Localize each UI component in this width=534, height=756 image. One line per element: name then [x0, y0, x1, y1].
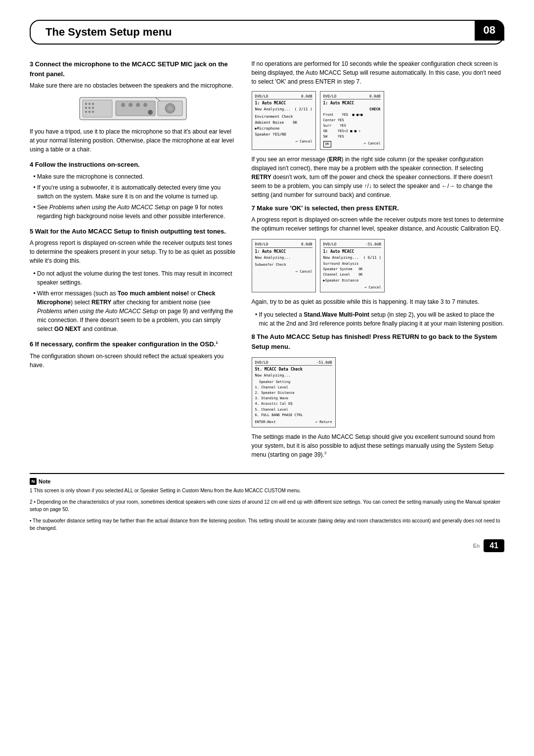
step4-list: Make sure the microphone is connected. I… [37, 172, 237, 221]
osd-screen-1: DVD/LD 0.0dB 1: Auto MCACC Now Analyzing… [252, 91, 316, 150]
page-title: The System Setup menu [45, 26, 172, 39]
osd-cancel-3: ↩ Cancel [255, 269, 312, 275]
main-content: 3 Connect the microphone to the MCACC SE… [30, 59, 504, 463]
svg-point-4 [92, 103, 94, 105]
step5-block: 5 Wait for the Auto MCACC Setup to finis… [30, 227, 237, 334]
right-para3: Again, try to be as quiet as possible wh… [252, 297, 505, 306]
step6-heading: 6 If necessary, confirm the speaker conf… [30, 339, 237, 349]
step3-body2: If you have a tripod, use it to place th… [30, 127, 237, 154]
osd-check-label: CHECK [323, 106, 381, 112]
step5-heading: 5 Wait for the Auto MCACC Setup to finis… [30, 227, 237, 236]
osd-screen-4: DVD/LD -51.0dB 1: Auto MCACC Now Analyzi… [320, 239, 385, 292]
step3-block: 3 Connect the microphone to the MCACC SE… [30, 59, 237, 154]
note-item-3: • The subwoofer distance setting may be … [30, 517, 504, 532]
step7-block: 7 Make sure 'OK' is selected, then press… [252, 203, 505, 234]
svg-point-2 [85, 103, 87, 105]
step3-heading: 3 Connect the microphone to the MCACC SE… [30, 59, 237, 79]
svg-point-13 [129, 103, 133, 107]
step3-body1: Make sure there are no obstacles between… [30, 81, 237, 90]
right-para4: The settings made in the Auto MCACC Setu… [252, 432, 505, 459]
svg-point-5 [85, 107, 87, 109]
see-text: See Problems when using the Auto MCACC S… [37, 204, 225, 220]
osd-db-label: 0.0dB [301, 94, 312, 99]
svg-point-7 [92, 107, 94, 109]
svg-point-8 [85, 111, 87, 113]
osd-analyzing: Now Analyzing...( 2/11 ) [255, 106, 312, 112]
list-item-standwave: If you selected a Stand.Wave Multi-Point… [259, 310, 505, 328]
device-image [30, 95, 237, 122]
step4-block: 4 Follow the instructions on-screen. Mak… [30, 160, 237, 221]
osd-header-1: DVD/LD 0.0dB [255, 94, 312, 99]
page-footer: En 41 [30, 539, 504, 552]
note-item-2: 2 • Depending on the characteristics of … [30, 498, 504, 513]
svg-point-10 [92, 111, 94, 113]
notes-section: N Note 1 This screen is only shown if yo… [30, 473, 504, 532]
list-item: Do not adjust the volume during the test… [37, 269, 237, 287]
svg-rect-1 [83, 100, 112, 117]
osd-group-3: DVD/LD -51.0dB St. MCACC Data Check Now … [252, 357, 505, 427]
step4-heading: 4 Follow the instructions on-screen. [30, 160, 237, 170]
osd-screen-5: DVD/LD -51.0dB St. MCACC Data Check Now … [252, 357, 336, 427]
left-column: 3 Connect the microphone to the MCACC SE… [30, 59, 237, 463]
svg-point-15 [143, 103, 147, 107]
step6-block: 6 If necessary, confirm the speaker conf… [30, 339, 237, 370]
osd-rows-1: Environment Check Ambient Noise OK ▶Micr… [255, 114, 312, 138]
step8-heading: 8 The Auto MCACC Setup has finished! Pre… [252, 332, 505, 351]
osd-group-1: DVD/LD 0.0dB 1: Auto MCACC Now Analyzing… [252, 91, 505, 150]
osd-footer-2: OK ↩ Cancel [323, 141, 381, 147]
step8-block: 8 The Auto MCACC Setup has finished! Pre… [252, 332, 505, 351]
right-column: If no operations are performed for 10 se… [252, 59, 505, 463]
right-para1: If no operations are performed for 10 se… [252, 59, 505, 86]
step5-body: A progress report is displayed on-screen… [30, 238, 237, 265]
note-icon: N [30, 478, 37, 485]
svg-point-12 [121, 103, 125, 107]
list-item: Make sure the microphone is connected. [37, 172, 237, 181]
page-header: The System Setup menu 08 [30, 20, 504, 45]
osd-footer-5: ENTER:Next ↩ Return [255, 420, 332, 425]
osd-group-2: DVD/LD 0.0dB 1: Auto MCACC Now Analyzing… [252, 239, 505, 292]
osd-dvd-label: DVD/LD [255, 94, 268, 99]
list-item: See Problems when using the Auto MCACC S… [37, 203, 237, 221]
svg-point-16 [148, 110, 153, 115]
step7-heading: 7 Make sure 'OK' is selected, then press… [252, 203, 505, 213]
osd-cancel-1: ↩ Cancel [255, 139, 312, 144]
step5-list: Do not adjust the volume during the test… [37, 269, 237, 333]
svg-point-14 [136, 103, 140, 107]
footer-page-num: 41 [484, 539, 504, 552]
osd-screen-3: DVD/LD 0.0dB 1: Auto MCACC Now Analyzing… [252, 239, 316, 292]
page-number: 08 [475, 20, 504, 41]
receiver-svg [79, 95, 187, 122]
svg-point-3 [89, 103, 90, 105]
osd-header-2: DVD/LD 0.0dB [323, 94, 381, 99]
right-para2: If you see an error message (ERR) in the… [252, 155, 505, 199]
right-list: If you selected a Stand.Wave Multi-Point… [259, 310, 505, 328]
note-item-1: 1 This screen is only shown if you selec… [30, 487, 504, 494]
note-title: N Note [30, 478, 504, 485]
osd-title-1: 1: Auto MCACC [255, 100, 312, 106]
osd-cancel-4: ↩ Cancel [323, 285, 381, 290]
list-item: With error messages (such as Too much am… [37, 289, 237, 333]
osd-screen-2: DVD/LD 0.0dB 1: Auto MCACC CHECK Front Y… [320, 91, 384, 150]
svg-point-9 [89, 111, 90, 113]
step7-body: A progress report is displayed on-screen… [252, 215, 505, 233]
svg-point-19 [168, 106, 173, 111]
list-item: If you're using a subwoofer, it is autom… [37, 183, 237, 201]
step6-body: The configuration shown on-screen should… [30, 352, 237, 370]
footer-lang: En [473, 543, 480, 549]
svg-point-6 [89, 107, 90, 109]
